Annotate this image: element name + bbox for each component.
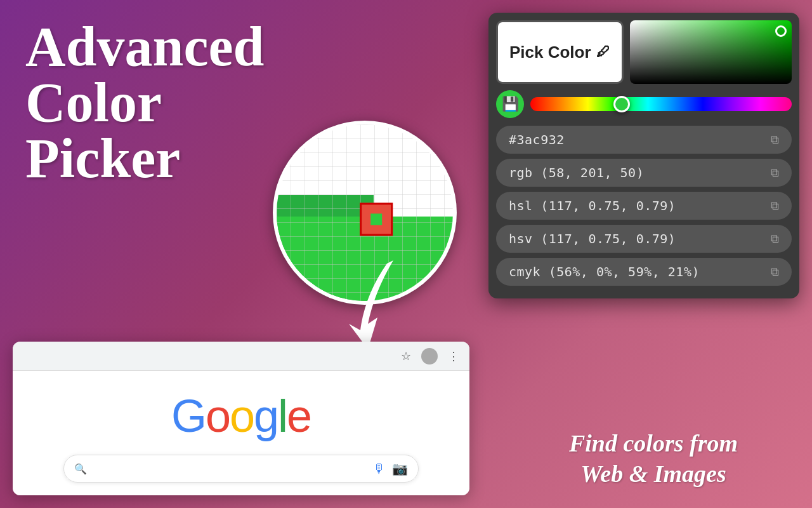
search-icon: 🔍 xyxy=(74,463,87,475)
find-colors-text: Find colors from Web & Images xyxy=(514,429,793,489)
browser-body: Google 🔍 🎙 📷 xyxy=(13,371,469,495)
menu-icon[interactable]: ⋮ xyxy=(448,349,459,363)
rgb-row: rgb (58, 201, 50) ⧉ xyxy=(496,159,792,187)
find-colors-line1: Find colors from xyxy=(569,430,738,457)
browser-toolbar: ☆ ⋮ xyxy=(13,342,469,371)
google-e: e xyxy=(287,391,311,441)
google-g: G xyxy=(171,391,206,441)
hex-copy-icon[interactable]: ⧉ xyxy=(771,133,779,147)
hsl-copy-icon[interactable]: ⧉ xyxy=(771,199,779,213)
hsl-value: hsl (117, 0.75, 0.79) xyxy=(509,198,676,213)
title-area: Advanced Color Picker xyxy=(25,19,317,187)
hue-slider[interactable] xyxy=(530,97,792,111)
hsv-value: hsv (117, 0.75, 0.79) xyxy=(509,231,676,246)
rgb-value: rgb (58, 201, 50) xyxy=(509,165,644,180)
picker-top-row: Pick Color 🖊 xyxy=(496,20,792,84)
hsl-row: hsl (117, 0.75, 0.79) ⧉ xyxy=(496,192,792,220)
cmyk-row: cmyk (56%, 0%, 59%, 21%) ⧉ xyxy=(496,258,792,286)
save-icon: 💾 xyxy=(502,96,519,112)
mic-icon[interactable]: 🎙 xyxy=(373,462,386,476)
cmyk-value: cmyk (56%, 0%, 59%, 21%) xyxy=(509,264,700,279)
bottom-right-text: Find colors from Web & Images xyxy=(514,429,793,489)
google-search-bar[interactable]: 🔍 🎙 📷 xyxy=(63,455,419,483)
find-colors-line2: Web & Images xyxy=(580,460,726,487)
main-title: Advanced Color Picker xyxy=(25,19,317,187)
google-o2: o xyxy=(230,391,254,441)
save-button[interactable]: 💾 xyxy=(496,90,524,118)
eyedropper-icon: 🖊 xyxy=(596,44,610,60)
google-o1: o xyxy=(206,391,230,441)
hue-thumb xyxy=(613,96,630,112)
hsv-row: hsv (117, 0.75, 0.79) ⧉ xyxy=(496,225,792,253)
browser-mockup: ☆ ⋮ Google 🔍 🎙 📷 xyxy=(13,342,469,495)
cmyk-copy-icon[interactable]: ⧉ xyxy=(771,265,779,279)
google-logo: Google xyxy=(171,390,311,442)
pick-color-button[interactable]: Pick Color 🖊 xyxy=(496,20,624,84)
avatar-icon xyxy=(421,348,438,364)
lens-icon[interactable]: 📷 xyxy=(392,461,408,476)
star-icon[interactable]: ☆ xyxy=(401,349,411,363)
rgb-copy-icon[interactable]: ⧉ xyxy=(771,166,779,180)
pick-color-label: Pick Color xyxy=(509,43,591,62)
magnifier-inner-green xyxy=(370,213,382,225)
hex-value: #3ac932 xyxy=(509,132,565,147)
google-g2: g xyxy=(254,391,278,441)
hsv-copy-icon[interactable]: ⧉ xyxy=(771,232,779,246)
magnifier-red-square xyxy=(360,203,393,236)
google-l: l xyxy=(278,391,287,441)
color-gradient-canvas[interactable] xyxy=(630,20,792,84)
hex-row: #3ac932 ⧉ xyxy=(496,126,792,154)
canvas-cursor xyxy=(775,25,787,37)
color-picker-panel: Pick Color 🖊 💾 #3ac932 ⧉ rgb (58, 201, 5… xyxy=(488,13,799,298)
hue-slider-row: 💾 xyxy=(496,90,792,118)
